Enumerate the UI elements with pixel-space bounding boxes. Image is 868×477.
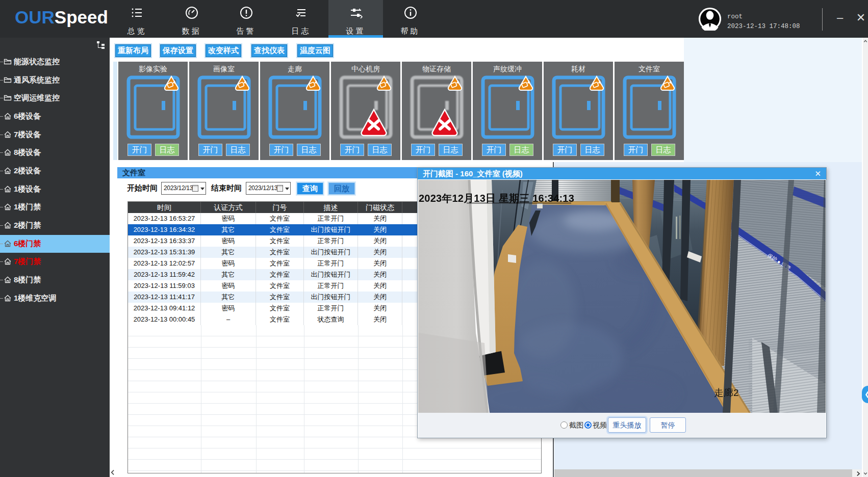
svg-text:走廊2: 走廊2 [714, 387, 739, 398]
svg-text:2023年12月13日 星期三 16:34:13: 2023年12月13日 星期三 16:34:13 [419, 193, 574, 204]
